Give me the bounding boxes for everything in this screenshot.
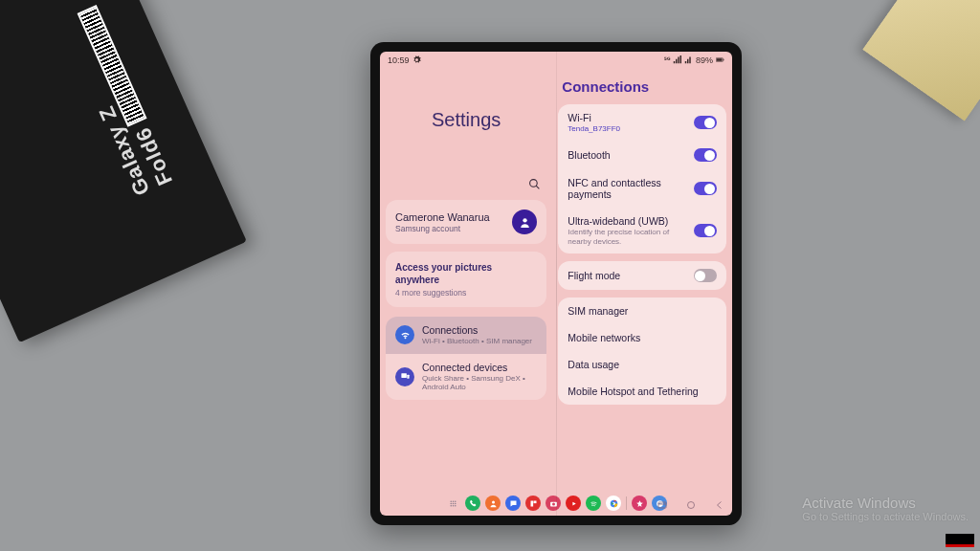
row-title: Mobile networks: [568, 332, 640, 343]
svg-rect-6: [401, 373, 407, 378]
battery-text: 89%: [696, 55, 713, 65]
suggestion-card[interactable]: Access your pictures anywhere 4 more sug…: [386, 252, 546, 307]
suggestion-sub: 4 more suggestions: [395, 288, 537, 298]
menu-item-connected-devices[interactable]: Connected devices Quick Share • Samsung …: [386, 354, 546, 400]
menu-item-title: Connections: [422, 324, 532, 336]
messages-app-icon[interactable]: [505, 496, 521, 511]
svg-rect-29: [658, 502, 666, 508]
phone-screen: 10:59 ⁵ᴳ 89% Settings Camerone Wa: [380, 52, 732, 516]
signal-icon-2: [684, 55, 693, 66]
svg-marker-22: [572, 501, 575, 505]
avatar-icon: [512, 209, 537, 234]
settings-detail-pane: Connections Wi-Fi Tenda_B73FF0 Bluetooth: [552, 69, 732, 491]
row-title: NFC and contactless payments: [568, 177, 686, 200]
svg-point-15: [452, 505, 454, 507]
row-mobile-networks[interactable]: Mobile networks: [558, 324, 726, 351]
chrome-app-icon[interactable]: [606, 496, 621, 511]
row-bluetooth[interactable]: Bluetooth: [558, 141, 726, 169]
svg-rect-1: [717, 58, 723, 61]
settings-menu-list: Connections Wi-Fi • Bluetooth • SIM mana…: [386, 317, 546, 400]
desk-object: [862, 0, 980, 121]
menu-item-title: Connected devices: [422, 362, 537, 373]
row-title: Wi-Fi: [568, 112, 620, 123]
svg-rect-18: [530, 500, 533, 506]
svg-point-14: [450, 505, 452, 507]
svg-point-5: [523, 218, 526, 222]
volte-icon: ⁵ᴳ: [664, 56, 670, 64]
gallery-app-icon[interactable]: [632, 496, 647, 511]
watermark-sub: Go to Settings to activate Windows.: [802, 511, 969, 522]
uwb-toggle[interactable]: [694, 224, 717, 237]
connections-group-2: Flight mode: [558, 261, 726, 290]
settings-master-pane: Settings Camerone Wanarua Samsung accoun…: [380, 69, 552, 491]
spotify-app-icon[interactable]: [586, 496, 601, 511]
row-hotspot[interactable]: Mobile Hotspot and Tethering: [558, 378, 726, 405]
svg-point-9: [452, 500, 454, 502]
search-icon[interactable]: [528, 177, 541, 194]
battery-icon: [716, 55, 724, 66]
account-sub: Samsung account: [395, 224, 490, 233]
status-bar: 10:59 ⁵ᴳ 89%: [380, 52, 732, 69]
connections-group-1: Wi-Fi Tenda_B73FF0 Bluetooth NFC and con…: [558, 104, 726, 253]
svg-rect-19: [533, 500, 536, 503]
windows-activation-watermark: Activate Windows Go to Settings to activ…: [802, 495, 969, 522]
row-nfc[interactable]: NFC and contactless payments: [558, 169, 726, 208]
phone-device: 10:59 ⁵ᴳ 89% Settings Camerone Wa: [370, 42, 742, 525]
svg-point-17: [492, 500, 495, 503]
wifi-icon: [395, 325, 414, 344]
signal-icon: [673, 55, 681, 66]
contacts-app-icon[interactable]: [485, 496, 501, 511]
svg-point-11: [450, 502, 452, 504]
svg-point-12: [452, 502, 454, 504]
account-card[interactable]: Camerone Wanarua Samsung account: [386, 200, 546, 244]
home-button[interactable]: [684, 497, 698, 509]
flight-mode-toggle[interactable]: [694, 269, 717, 282]
wifi-toggle[interactable]: [694, 116, 717, 129]
svg-rect-2: [724, 58, 724, 60]
taskbar: [380, 491, 732, 516]
connections-group-3: SIM manager Mobile networks Data usage M…: [558, 298, 726, 405]
row-uwb[interactable]: Ultra-wideband (UWB) Identify the precis…: [558, 208, 726, 253]
account-name: Camerone Wanarua: [395, 211, 490, 223]
product-box: Galaxy Z Fold6: [0, 0, 247, 342]
channel-logo: [946, 534, 974, 547]
row-flight-mode[interactable]: Flight mode: [558, 261, 726, 290]
row-title: Bluetooth: [568, 149, 610, 161]
row-data-usage[interactable]: Data usage: [558, 351, 726, 378]
row-wifi[interactable]: Wi-Fi Tenda_B73FF0: [558, 104, 726, 141]
phone-app-icon[interactable]: [465, 496, 480, 511]
suggestion-title: Access your pictures anywhere: [395, 261, 537, 286]
settings-title: Settings: [386, 109, 546, 131]
row-desc: Identify the precise location of nearby …: [568, 228, 686, 246]
nav-buttons: [656, 497, 726, 509]
svg-point-3: [530, 180, 538, 187]
bluetooth-toggle[interactable]: [694, 148, 717, 162]
menu-item-sub: Wi-Fi • Bluetooth • SIM manager: [422, 337, 532, 346]
dock-divider: [626, 496, 627, 510]
svg-point-8: [450, 500, 452, 502]
row-title: Ultra-wideband (UWB): [568, 215, 686, 227]
page-header: Connections: [558, 69, 726, 104]
camera-app-icon[interactable]: [546, 496, 561, 511]
status-time: 10:59: [388, 55, 410, 65]
row-title: Data usage: [568, 359, 619, 370]
recents-button[interactable]: [656, 497, 669, 509]
svg-point-16: [455, 505, 457, 507]
back-button[interactable]: [713, 497, 726, 509]
row-title: Flight mode: [568, 270, 620, 281]
row-sim-manager[interactable]: SIM manager: [558, 298, 726, 324]
menu-item-connections[interactable]: Connections Wi-Fi • Bluetooth • SIM mana…: [386, 317, 546, 354]
row-sub: Tenda_B73FF0: [568, 124, 620, 133]
svg-rect-7: [407, 375, 409, 379]
watermark-title: Activate Windows: [802, 495, 969, 511]
svg-point-13: [455, 502, 457, 504]
row-title: Mobile Hotspot and Tethering: [568, 386, 698, 397]
settings-gear-icon: [412, 55, 421, 66]
apps-drawer-icon[interactable]: [445, 496, 460, 511]
nfc-toggle[interactable]: [694, 182, 717, 195]
devices-icon: [395, 367, 414, 386]
flipboard-app-icon[interactable]: [525, 496, 541, 511]
menu-item-sub: Quick Share • Samsung DeX • Android Auto: [422, 374, 537, 392]
row-title: SIM manager: [568, 305, 628, 317]
youtube-app-icon[interactable]: [566, 496, 581, 511]
